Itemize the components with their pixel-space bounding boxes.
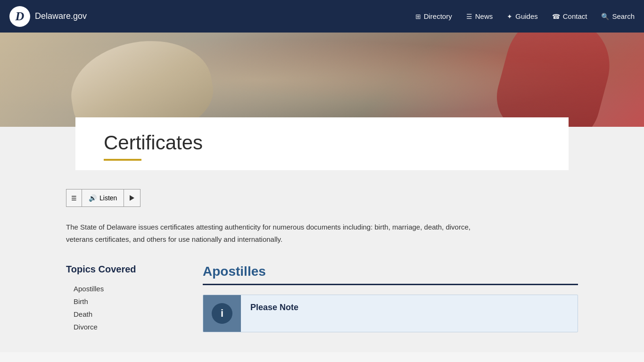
two-col-layout: Topics Covered Apostilles Birth Death Di… [66, 264, 578, 333]
sidebar-item-divorce-label: Divorce [74, 323, 98, 331]
sidebar-item-birth-label: Birth [74, 297, 88, 305]
topics-list: Apostilles Birth Death Divorce [66, 282, 184, 333]
nav-news[interactable]: ☰ News [466, 12, 493, 20]
listen-label: Listen [99, 194, 117, 202]
nav-search[interactable]: 🔍 Search [601, 12, 635, 20]
speaker-icon: 🔊 [89, 194, 97, 202]
nav-guides-label: Guides [515, 12, 538, 20]
nav-news-label: News [475, 12, 493, 20]
directory-icon: ⊞ [415, 13, 421, 20]
search-icon: 🔍 [601, 13, 609, 20]
contact-icon: ☎ [552, 13, 560, 20]
sidebar-item-death[interactable]: Death [74, 308, 184, 321]
sidebar-item-divorce[interactable]: Divorce [74, 321, 184, 333]
note-box: i Please Note [203, 295, 578, 332]
guides-icon: ✦ [507, 13, 512, 20]
nav-directory-label: Directory [424, 12, 452, 20]
site-header: D Delaware.gov ⊞ Directory ☰ News ✦ Guid… [0, 0, 644, 33]
nav-contact[interactable]: ☎ Contact [552, 12, 587, 20]
menu-lines-icon: ☰ [71, 195, 77, 202]
play-button[interactable] [124, 189, 140, 207]
site-logo[interactable]: D Delaware.gov [9, 6, 87, 27]
logo-letter: D [16, 9, 25, 24]
intro-paragraph: The State of Delaware issues certificate… [66, 221, 490, 245]
nav-guides[interactable]: ✦ Guides [507, 12, 538, 20]
sidebar-item-birth[interactable]: Birth [74, 295, 184, 308]
logo-circle: D [9, 6, 30, 27]
section-heading: Apostilles [203, 264, 578, 279]
page-title: Certificates [104, 132, 540, 154]
main-content: ☰ 🔊 Listen The State of Delaware issues … [0, 180, 644, 352]
hero-image [0, 33, 644, 127]
page-header-box: Certificates [75, 117, 569, 170]
section-divider [203, 284, 578, 285]
sidebar-title: Topics Covered [66, 264, 184, 275]
listen-bar: ☰ 🔊 Listen [66, 180, 578, 207]
sidebar-item-apostilles-label: Apostilles [74, 285, 104, 293]
nav-directory[interactable]: ⊞ Directory [415, 12, 452, 20]
note-icon-column: i [203, 295, 241, 332]
note-content: Please Note [241, 295, 308, 332]
note-info-icon: i [212, 303, 232, 324]
nav-contact-label: Contact [563, 12, 587, 20]
note-title: Please Note [250, 303, 298, 313]
sidebar-item-apostilles[interactable]: Apostilles [74, 282, 184, 295]
title-underline [104, 159, 141, 161]
note-icon-letter: i [221, 307, 223, 320]
listen-menu-button[interactable]: ☰ [66, 189, 82, 207]
sidebar-item-death-label: Death [74, 310, 92, 318]
play-triangle-icon [130, 195, 134, 201]
nav-search-label: Search [612, 12, 635, 20]
news-icon: ☰ [466, 13, 472, 20]
main-nav: ⊞ Directory ☰ News ✦ Guides ☎ Contact 🔍 … [415, 12, 635, 20]
topics-sidebar: Topics Covered Apostilles Birth Death Di… [66, 264, 184, 333]
apostilles-section: Apostilles i Please Note [203, 264, 578, 332]
listen-button[interactable]: 🔊 Listen [82, 189, 124, 207]
site-name: Delaware.gov [35, 11, 87, 21]
